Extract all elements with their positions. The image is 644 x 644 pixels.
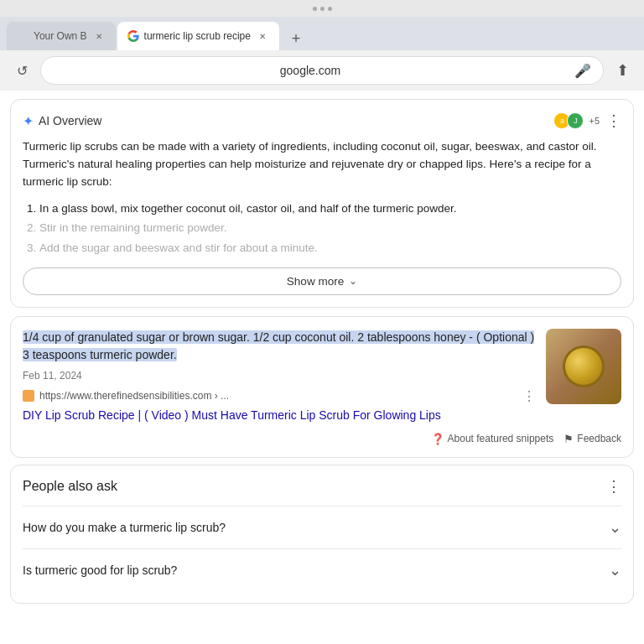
content-area: ✦ AI Overview a J +5 ⋮ Turmeric lip scru…: [0, 91, 644, 644]
tabs-row: Your Own B ✕ turmeric lip scrub recipe ✕…: [0, 17, 644, 50]
snippet-image: [546, 329, 621, 404]
browser-top-bar: [0, 0, 644, 17]
browser-frame: Your Own B ✕ turmeric lip scrub recipe ✕…: [0, 0, 644, 91]
avatar-2: J: [567, 112, 584, 129]
ask-chevron-1-icon: ⌄: [609, 518, 621, 537]
new-tab-button[interactable]: +: [284, 27, 308, 50]
snippet-date: Feb 11, 2024: [23, 370, 536, 382]
chevron-down-icon: ⌄: [349, 275, 357, 287]
tab1-close-button[interactable]: ✕: [92, 29, 106, 43]
tab-your-own[interactable]: Your Own B ✕: [7, 22, 116, 50]
browser-dots: [313, 7, 332, 11]
source-favicon-icon: [23, 390, 34, 402]
snippet-footer: ❓ About featured snippets ⚑ Feedback: [23, 433, 621, 445]
people-also-ask-section: People also ask ⋮ How do you make a turm…: [10, 465, 634, 604]
info-icon: ❓: [431, 433, 444, 445]
ai-overview-title-row: ✦ AI Overview: [23, 113, 101, 129]
feedback-button[interactable]: ⚑ Feedback: [564, 433, 621, 445]
refresh-button[interactable]: ↺: [10, 59, 34, 82]
ask-chevron-2-icon: ⌄: [609, 561, 621, 579]
address-bar[interactable]: google.com 🎤: [40, 56, 604, 85]
browser-dot-1: [313, 7, 317, 11]
ask-item-2[interactable]: Is turmeric good for lip scrub? ⌄: [23, 548, 621, 591]
tab2-close-button[interactable]: ✕: [256, 29, 269, 43]
about-snippets-label: About featured snippets: [448, 433, 554, 444]
avatar-group: a J: [553, 112, 584, 129]
tab-google-search[interactable]: turmeric lip scrub recipe ✕: [117, 22, 279, 50]
address-bar-row: ↺ google.com 🎤 ⬆: [0, 50, 644, 91]
snippet-text-column: 1/4 cup of granulated sugar or brown sug…: [23, 329, 536, 424]
ask-question-2: Is turmeric good for lip scrub?: [23, 564, 177, 577]
sparkle-icon: ✦: [23, 113, 34, 129]
snippet-highlighted-text: 1/4 cup of granulated sugar or brown sug…: [23, 329, 536, 365]
browser-dot-2: [320, 7, 325, 11]
ai-overview-section: ✦ AI Overview a J +5 ⋮ Turmeric lip scru…: [10, 99, 634, 308]
plus-count-badge: +5: [589, 116, 600, 126]
people-ask-header: People also ask ⋮: [23, 477, 621, 496]
ai-step-2: Stir in the remaining turmeric powder.: [39, 219, 621, 237]
browser-dot-3: [328, 7, 332, 11]
ai-header-right: a J +5 ⋮: [553, 112, 621, 130]
people-ask-more-button[interactable]: ⋮: [606, 477, 621, 496]
tab1-favicon: [17, 30, 29, 42]
ask-question-1: How do you make a turmeric lip scrub?: [23, 521, 226, 534]
snippet-content-row: 1/4 cup of granulated sugar or brown sug…: [23, 329, 621, 424]
ai-body-text: Turmeric lip scrubs can be made with a v…: [23, 138, 621, 191]
tab2-label: turmeric lip scrub recipe: [144, 30, 251, 42]
ai-step-1: In a glass bowl, mix together coconut oi…: [39, 200, 621, 218]
source-row: https://www.therefinedsensibilities.com …: [23, 388, 536, 404]
feedback-label: Feedback: [577, 433, 621, 444]
ai-overview-header: ✦ AI Overview a J +5 ⋮: [23, 112, 621, 130]
source-more-button[interactable]: ⋮: [522, 388, 536, 404]
ai-overview-title: AI Overview: [39, 114, 101, 127]
show-more-button[interactable]: Show more ⌄: [23, 267, 621, 295]
tab1-label: Your Own B: [34, 30, 87, 42]
ai-step-3: Add the sugar and beeswax and stir for a…: [39, 239, 621, 257]
flag-icon: ⚑: [564, 433, 574, 445]
microphone-icon[interactable]: 🎤: [574, 63, 591, 79]
ask-item-1[interactable]: How do you make a turmeric lip scrub? ⌄: [23, 506, 621, 548]
google-favicon-icon: [127, 30, 139, 42]
lip-balm-visual: [563, 345, 605, 387]
share-icon: ⬆: [616, 61, 629, 80]
source-url-text: https://www.therefinedsensibilities.com …: [39, 390, 517, 402]
about-featured-snippets-button[interactable]: ❓ About featured snippets: [431, 433, 554, 445]
snippet-link[interactable]: DIY Lip Scrub Recipe | ( Video ) Must Ha…: [23, 408, 441, 422]
new-tab-icon: +: [292, 30, 301, 48]
show-more-label: Show more: [287, 275, 344, 288]
ai-steps-list: In a glass bowl, mix together coconut oi…: [23, 200, 621, 257]
snippet-highlight-span: 1/4 cup of granulated sugar or brown sug…: [23, 330, 534, 362]
people-ask-title: People also ask: [23, 479, 117, 494]
featured-snippet-section: 1/4 cup of granulated sugar or brown sug…: [10, 316, 634, 458]
share-button[interactable]: ⬆: [610, 59, 634, 82]
snippet-image-inner: [546, 329, 621, 404]
ai-overview-more-button[interactable]: ⋮: [606, 112, 621, 130]
address-text: google.com: [53, 64, 568, 77]
